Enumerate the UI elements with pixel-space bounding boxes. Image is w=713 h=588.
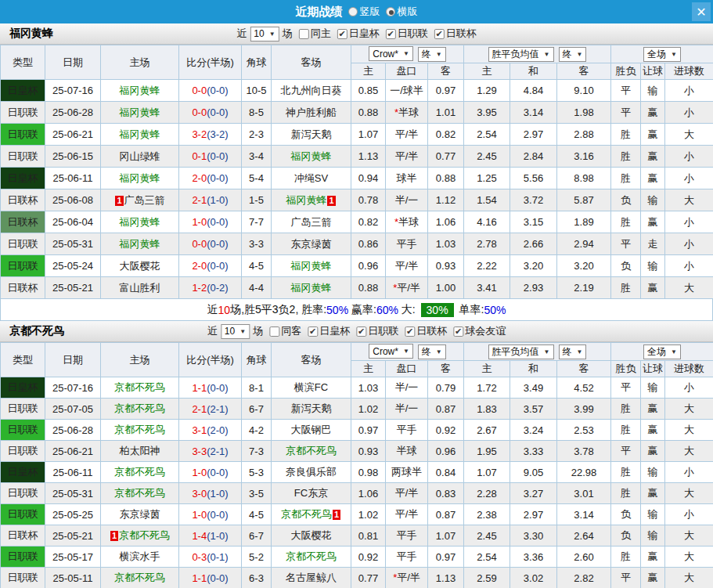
euro-draw-odds: 3.02 bbox=[510, 568, 557, 588]
games-count-select[interactable]: 10▼ bbox=[250, 27, 279, 41]
handicap-cell: *半球 bbox=[386, 102, 428, 124]
score-cell: 3-3(2-1) bbox=[179, 441, 242, 462]
home-team-cell: 福冈黄蜂 bbox=[101, 124, 179, 146]
chevron-down-icon: ▼ bbox=[436, 51, 442, 58]
corner-count-cell: 6-7 bbox=[242, 399, 272, 420]
column-header: 客 bbox=[557, 63, 611, 80]
league-type-cell: 日职联 bbox=[1, 124, 45, 146]
euro-draw-odds: 2.66 bbox=[510, 233, 557, 255]
euro-home-odds: 2.38 bbox=[464, 504, 510, 525]
checkbox-checked-icon: ✔ bbox=[386, 29, 396, 39]
league-filter-checkbox-label: 日皇杯 bbox=[349, 27, 380, 41]
handicap-result-cell: 赢 bbox=[641, 211, 665, 233]
euro-final-select[interactable]: 终▼ bbox=[559, 345, 587, 359]
euro-draw-odds: 2.84 bbox=[510, 146, 557, 168]
layout-vertical-radio[interactable]: 竖版 bbox=[348, 5, 380, 19]
close-icon[interactable]: ✕ bbox=[692, 2, 711, 21]
euro-home-odds: 2.45 bbox=[464, 525, 510, 547]
corner-count-cell: 3-5 bbox=[242, 483, 272, 504]
euro-away-odds: 9.10 bbox=[557, 80, 611, 102]
halftime-score: (0-2) bbox=[207, 282, 228, 294]
league-type-cell: 日皇杯 bbox=[1, 80, 45, 102]
asian-away-odds: 0.97 bbox=[428, 80, 464, 102]
euro-final-select[interactable]: 终▼ bbox=[559, 47, 587, 62]
same-venue-checkbox[interactable]: 同主 bbox=[299, 27, 331, 41]
column-header: 客 bbox=[428, 361, 464, 377]
goals-result-cell: 大 bbox=[665, 568, 713, 588]
asian-home-odds: 0.88 bbox=[351, 277, 386, 299]
corner-count-cell: 10-5 bbox=[242, 80, 272, 102]
column-header: 角球 bbox=[242, 343, 272, 377]
euro-home-odds: 1.25 bbox=[464, 168, 510, 189]
euro-home-odds: 1.29 bbox=[464, 80, 510, 102]
league-filter-checkbox[interactable]: ✔日职联 bbox=[356, 324, 398, 338]
column-header: 主场 bbox=[101, 45, 179, 80]
corner-count-cell: 7-7 bbox=[242, 211, 272, 233]
column-header: 胜负 bbox=[611, 63, 641, 80]
same-venue-checkbox[interactable]: 同客 bbox=[269, 324, 301, 338]
chevron-down-icon: ▼ bbox=[671, 51, 677, 58]
asian-final-select[interactable]: 终▼ bbox=[418, 47, 446, 62]
euro-odds-group-header: 胜平负均值▼终▼ bbox=[464, 343, 611, 361]
euro-away-odds: 2.82 bbox=[557, 568, 611, 588]
handicap-cell: 一/球半 bbox=[386, 80, 428, 102]
asian-final-select[interactable]: 终▼ bbox=[418, 345, 446, 359]
handicap-cell: 半/一 bbox=[386, 399, 428, 420]
checkbox-unchecked-icon bbox=[269, 326, 279, 337]
result-cell: 胜 bbox=[611, 146, 641, 168]
match-row: 日职联25-05-31京都不死鸟3-0(1-0)3-5FC东京1.06平/半0.… bbox=[1, 483, 713, 504]
summary-text: 胜率: bbox=[301, 303, 326, 317]
asian-odds-group-header: Crow*▼终▼ bbox=[351, 343, 464, 361]
chevron-down-icon: ▼ bbox=[544, 348, 550, 355]
column-header: 客 bbox=[557, 361, 611, 377]
column-header: 让球 bbox=[641, 63, 665, 80]
home-team-cell: 富山胜利 bbox=[101, 277, 179, 299]
asian-home-odds: 0.92 bbox=[351, 547, 386, 568]
league-filter-checkbox[interactable]: ✔日皇杯 bbox=[337, 27, 380, 41]
league-filter-checkbox[interactable]: ✔日职联 bbox=[386, 27, 428, 41]
avg-odds-select[interactable]: 胜平负均值▼ bbox=[488, 345, 554, 359]
odds-source-select-value: Crow* bbox=[373, 49, 398, 60]
away-team-name: 北九州向日葵 bbox=[281, 85, 342, 96]
odds-source-select[interactable]: Crow*▼ bbox=[369, 46, 413, 61]
away-team-cell: 名古屋鲸八 bbox=[272, 568, 351, 588]
column-header: 和 bbox=[510, 63, 557, 80]
asian-odds-group-header: Crow*▼终▼ bbox=[351, 45, 464, 63]
league-type-cell: 日联杯 bbox=[1, 277, 45, 299]
euro-draw-odds: 3.33 bbox=[510, 441, 557, 462]
asian-final-select-value: 终 bbox=[422, 48, 431, 61]
match-row: 日联杯25-05-211京都不死鸟1-4(1-0)6-7大阪樱花0.81平手1.… bbox=[1, 525, 713, 547]
handicap-result-cell: 输 bbox=[641, 189, 665, 211]
fulltime-select[interactable]: 全场▼ bbox=[643, 47, 681, 62]
fulltime-score: 0-0 bbox=[192, 238, 207, 250]
halftime-score: (0-0) bbox=[207, 467, 228, 478]
score-cell: 1-0(0-0) bbox=[179, 504, 242, 525]
layout-horizontal-radio[interactable]: 横版 bbox=[386, 5, 418, 19]
asian-away-odds: 0.84 bbox=[428, 462, 464, 483]
match-date: 25-05-24 bbox=[45, 255, 101, 277]
halftime-score: (0-0) bbox=[207, 106, 228, 118]
fulltime-select[interactable]: 全场▼ bbox=[643, 345, 681, 359]
goals-result-cell: 大 bbox=[665, 277, 713, 299]
match-date: 25-06-21 bbox=[45, 441, 101, 462]
halftime-score: (0-0) bbox=[207, 572, 228, 584]
handicap-result-cell: 输 bbox=[641, 504, 665, 525]
column-header: 比分(半场) bbox=[179, 45, 242, 80]
odds-source-select[interactable]: Crow*▼ bbox=[369, 344, 413, 359]
league-filter-checkbox[interactable]: ✔日皇杯 bbox=[308, 324, 350, 338]
handicap-cell: 平/半 bbox=[386, 124, 428, 146]
avg-odds-select[interactable]: 胜平负均值▼ bbox=[488, 47, 554, 62]
euro-away-odds: 2.19 bbox=[557, 277, 611, 299]
league-filter-checkbox[interactable]: ✔球会友谊 bbox=[453, 324, 506, 338]
goals-result-cell: 大 bbox=[665, 420, 713, 441]
asian-away-odds: 0.92 bbox=[428, 420, 464, 441]
fulltime-score: 2-0 bbox=[192, 260, 207, 272]
score-cell: 3-1(2-0) bbox=[179, 420, 242, 441]
league-filter-checkbox[interactable]: ✔日联杯 bbox=[434, 27, 477, 41]
match-date: 25-05-21 bbox=[45, 525, 101, 547]
column-header: 类型 bbox=[1, 343, 45, 377]
away-team-name: 京都不死鸟 bbox=[281, 508, 332, 520]
league-filter-checkbox[interactable]: ✔日联杯 bbox=[405, 324, 447, 338]
summary-text: 近 bbox=[207, 303, 218, 317]
games-count-select[interactable]: 10▼ bbox=[221, 324, 250, 339]
